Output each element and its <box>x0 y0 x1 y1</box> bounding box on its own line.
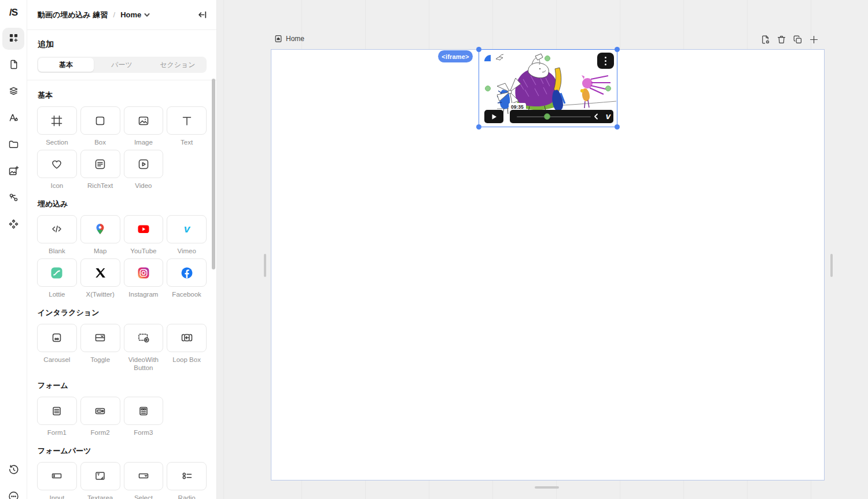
rail-layers-button[interactable] <box>2 81 24 103</box>
rail-typography-button[interactable] <box>2 108 24 130</box>
panel-item-textarea[interactable]: Textarea <box>80 462 120 499</box>
panel-item-section[interactable]: Section <box>37 106 77 146</box>
panel-item-instagram[interactable]: Instagram <box>124 258 164 298</box>
panel-item-text[interactable]: Text <box>167 106 207 146</box>
breadcrumb-separator: / <box>113 10 116 19</box>
rail-history-button[interactable] <box>2 460 24 482</box>
panel-item-radio[interactable]: Radio <box>167 462 207 499</box>
video-control-bar[interactable]: v <box>510 110 613 123</box>
resize-handle-top-left[interactable] <box>476 47 481 52</box>
rail-cms-button[interactable] <box>2 187 24 209</box>
panel-scrollbar[interactable] <box>212 79 215 269</box>
panel-item-carousel[interactable]: Carousel <box>37 324 77 372</box>
panel-item-card <box>80 150 120 178</box>
heart-icon <box>50 157 64 171</box>
studio-logo[interactable]: /S <box>9 7 17 19</box>
padding-handle-top[interactable] <box>545 56 550 61</box>
rail-media-button[interactable] <box>2 161 24 183</box>
select-icon <box>137 469 150 483</box>
instagram-icon <box>137 266 150 280</box>
panel-item-video[interactable]: Video <box>124 150 164 190</box>
canvas-resize-handle-right[interactable] <box>830 254 833 277</box>
page-settings-button[interactable] <box>760 34 771 45</box>
panel-item-label: Blank <box>49 247 65 255</box>
panel-item-youtube[interactable]: YouTube <box>124 215 164 255</box>
panel-item-label: Lottie <box>49 290 65 298</box>
section-heading-: 埋め込み <box>38 199 206 209</box>
panel-item-card <box>37 462 77 490</box>
video-progress-knob[interactable] <box>544 113 550 120</box>
panel-item-videowith-button[interactable]: VideoWith Button <box>124 324 164 372</box>
panel-item-label: Instagram <box>128 290 158 298</box>
delete-page-button[interactable] <box>776 34 787 45</box>
panel-item-label: Map <box>94 247 106 255</box>
play-icon <box>491 114 497 120</box>
chat-dots-icon <box>8 490 20 499</box>
video-play-button[interactable] <box>484 110 503 123</box>
panel-item-card <box>80 397 120 425</box>
panel-item-icon[interactable]: Icon <box>37 150 77 190</box>
tab-[interactable]: パーツ <box>94 58 149 72</box>
panel-item-toggle[interactable]: Toggle <box>80 324 120 372</box>
panel-item-card <box>124 215 164 243</box>
section-heading-: 基本 <box>38 90 206 101</box>
padding-handle-right[interactable] <box>605 86 611 91</box>
form2-icon <box>93 404 107 418</box>
items-grid: BlankMapYouTubevVimeoLottieX(Twitter)Ins… <box>37 215 207 299</box>
panel-item-x-twitter[interactable]: X(Twitter) <box>80 258 120 298</box>
rail-apps-button[interactable] <box>2 214 24 236</box>
panel-item-richtext[interactable]: RichText <box>80 150 120 190</box>
panel-item-blank[interactable]: Blank <box>37 215 77 255</box>
page-icon <box>8 58 20 73</box>
canvas-page-chip[interactable]: Home <box>274 35 304 43</box>
image-plus-icon <box>8 165 20 179</box>
video-progress-track[interactable] <box>517 116 591 118</box>
padding-handle-left[interactable] <box>485 86 491 91</box>
collapse-panel-button[interactable] <box>197 10 207 20</box>
panel-item-select[interactable]: Select <box>124 462 164 499</box>
breadcrumb-page-selector[interactable]: Home <box>120 10 150 19</box>
panel-item-vimeo[interactable]: vVimeo <box>167 215 207 255</box>
controls-collapse-icon[interactable] <box>593 113 599 120</box>
add-page-button[interactable] <box>808 34 819 45</box>
panel-item-lottie[interactable]: Lottie <box>37 258 77 298</box>
rail-assets-button[interactable] <box>2 134 24 156</box>
panel-item-map[interactable]: Map <box>80 215 120 255</box>
panel-item-image[interactable]: Image <box>124 106 164 146</box>
panel-item-card <box>124 106 164 135</box>
items-grid: InputTextareaSelectRadio <box>37 462 207 499</box>
tab-[interactable]: 基本 <box>38 58 94 72</box>
panel-item-input[interactable]: Input <box>37 462 77 499</box>
rail-add-elements-button[interactable] <box>2 28 24 50</box>
panel-item-label: Form3 <box>134 428 153 437</box>
panel-item-loop-box[interactable]: Loop Box <box>167 324 207 372</box>
plus-icon <box>808 34 819 45</box>
panel-scroll-area: 基本SectionBoxImageTextIconRichTextVideo埋め… <box>27 80 216 499</box>
canvas-resize-handle-bottom[interactable] <box>535 486 559 489</box>
panel-item-facebook[interactable]: Facebook <box>167 258 207 298</box>
duplicate-page-button[interactable] <box>792 34 803 45</box>
resize-handle-bottom-right[interactable] <box>615 124 620 130</box>
rail-pages-button[interactable] <box>2 54 24 76</box>
panel-item-label: Text <box>181 138 193 146</box>
panel-item-label: Facebook <box>172 290 201 298</box>
tab-[interactable]: セクション <box>150 58 205 72</box>
embed-menu-button[interactable] <box>597 53 614 69</box>
rail-chat-button[interactable] <box>2 486 24 499</box>
vimeo-logo-icon[interactable]: v <box>606 111 610 121</box>
resize-handle-top-right[interactable] <box>615 47 620 52</box>
canvas-resize-handle-left[interactable] <box>264 254 266 277</box>
breadcrumb-project-title[interactable]: 動画の埋め込み 練習 <box>38 10 108 20</box>
typography-icon <box>8 112 20 126</box>
resize-handle-bottom-left[interactable] <box>476 124 481 130</box>
panel-item-box[interactable]: Box <box>80 106 120 146</box>
panel-item-card <box>80 258 120 287</box>
panel-item-label: Image <box>134 138 153 146</box>
panel-item-form1[interactable]: Form1 <box>37 397 77 437</box>
panel-title: 追加 <box>38 39 206 50</box>
selected-iframe-element[interactable]: 09:35 v <box>479 49 617 127</box>
panel-item-card: v <box>167 215 207 243</box>
text-icon <box>180 114 194 128</box>
panel-item-form3[interactable]: Form3 <box>124 397 164 437</box>
panel-item-form2[interactable]: Form2 <box>80 397 120 437</box>
